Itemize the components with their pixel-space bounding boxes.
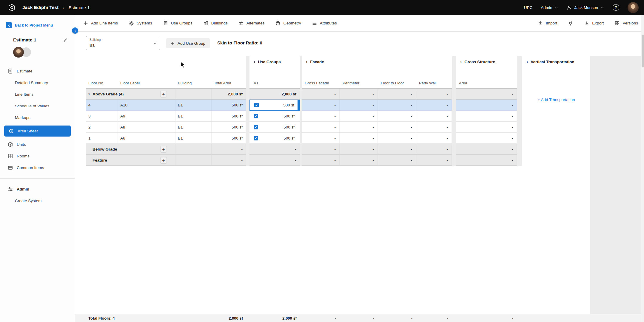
cell-facade[interactable]: - (302, 122, 340, 133)
column-header-building[interactable]: Building (175, 81, 212, 88)
cell-use-group-a1[interactable]: ✓500 sf (249, 122, 300, 133)
cell-use-group-a1[interactable]: ✓500 sf (249, 111, 300, 122)
cell-facade[interactable]: - (302, 144, 340, 155)
toolbar-use-groups[interactable]: Use Groups (163, 21, 192, 26)
collapse-group-icon[interactable]: ‹ (460, 59, 462, 64)
help-button[interactable]: ? (613, 4, 619, 11)
use-group-checkbox[interactable]: ✓ (254, 114, 258, 118)
add-use-group-button[interactable]: Add Use Group (166, 38, 210, 48)
cell-facade[interactable]: - (416, 122, 452, 133)
group-row-header[interactable]: ▼Above Grade (4)+ (86, 89, 175, 100)
vertical-scrollbar[interactable] (641, 15, 644, 322)
cell-facade[interactable]: - (416, 111, 452, 122)
sidebar-item-common-items[interactable]: Common Items (0, 162, 75, 174)
column-header-gross-facade[interactable]: Gross Facade (302, 81, 340, 88)
cell-building[interactable] (175, 89, 212, 100)
add-floor-button[interactable]: + (160, 146, 167, 153)
column-header-party-wall[interactable]: Party Wall (416, 81, 452, 88)
cell-use-group-a1[interactable]: ✓500 sf (249, 100, 300, 111)
cell-total-area[interactable]: - (212, 144, 246, 155)
column-header-a1[interactable]: A1 (249, 81, 300, 88)
collapse-group-icon[interactable]: ‹ (306, 59, 307, 64)
cell-facade[interactable]: - (340, 144, 378, 155)
use-group-checkbox[interactable]: ✓ (254, 136, 258, 140)
sidebar-item-area-sheet[interactable]: Area Sheet (4, 126, 71, 137)
user-menu[interactable]: Jack Munson (567, 5, 604, 10)
cell-area[interactable]: - (456, 133, 517, 144)
cell-facade[interactable]: - (340, 89, 378, 100)
cell-area[interactable]: - (456, 155, 517, 166)
cell-facade[interactable]: - (378, 111, 416, 122)
column-header-floor-no[interactable]: Floor No (86, 81, 118, 88)
cell-area[interactable]: - (456, 89, 517, 100)
toolbar-plug[interactable] (568, 21, 573, 26)
cell-area[interactable]: - (456, 122, 517, 133)
use-group-checkbox[interactable]: ✓ (254, 103, 259, 107)
cell-total-area[interactable]: 500 sf (212, 133, 246, 144)
cell-facade[interactable]: - (378, 155, 416, 166)
cell-floor-label[interactable]: A9 (118, 111, 175, 122)
cell-facade[interactable]: - (416, 155, 452, 166)
cell-facade[interactable]: - (416, 100, 452, 111)
back-to-project-button[interactable]: Back to Project Menu (0, 15, 75, 28)
cell-building[interactable] (175, 155, 212, 166)
cell-facade[interactable]: - (340, 133, 378, 144)
sidebar-item-rooms[interactable]: Rooms (0, 150, 75, 162)
cell-use-group-a1[interactable]: - (249, 155, 300, 166)
cell-facade[interactable]: - (302, 111, 340, 122)
cell-facade[interactable]: - (340, 155, 378, 166)
cell-floor-label[interactable]: A8 (118, 122, 175, 133)
collapse-group-icon[interactable]: ‹ (526, 59, 528, 64)
toolbar-export[interactable]: Export (584, 21, 604, 26)
cell-area[interactable]: - (456, 111, 517, 122)
cell-area[interactable]: - (456, 100, 517, 111)
cell-floor-no[interactable]: 1 (86, 133, 118, 144)
cell-facade[interactable]: - (302, 133, 340, 144)
edit-pencil-icon[interactable] (63, 38, 68, 42)
use-group-checkbox[interactable]: ✓ (254, 125, 258, 129)
ediphi-logo[interactable] (8, 4, 16, 12)
sidebar-item-detailed-summary[interactable]: Detailed Summary (0, 77, 75, 89)
toolbar-geometry[interactable]: Geometry (275, 21, 301, 26)
cell-facade[interactable]: - (378, 122, 416, 133)
sidebar-item-schedule-of-values[interactable]: Schedule of Values (0, 100, 75, 112)
building-select[interactable]: Building B1 (86, 36, 160, 50)
cell-facade[interactable]: - (378, 133, 416, 144)
add-floor-button[interactable]: + (160, 91, 167, 97)
user-avatar[interactable] (628, 2, 639, 13)
sidebar-item-admin[interactable]: Admin (0, 183, 75, 195)
group-row-header[interactable]: Feature+ (86, 155, 175, 166)
add-transportation-link[interactable]: + Add Transportation (522, 97, 590, 102)
cell-total-area[interactable]: 500 sf (212, 111, 246, 122)
cell-facade[interactable]: - (416, 89, 452, 100)
cell-use-group-a1[interactable]: ✓500 sf (249, 133, 300, 144)
group-row-header[interactable]: Below Grade+ (86, 144, 175, 155)
breadcrumb-project[interactable]: Jack Ediphi Test (22, 5, 58, 10)
column-header-floor-to-floor[interactable]: Floor to Floor (378, 81, 416, 88)
cell-building[interactable]: B1 (175, 133, 212, 144)
cell-building[interactable]: B1 (175, 122, 212, 133)
upc-button[interactable]: UPC (524, 5, 533, 10)
cell-floor-no[interactable]: 2 (86, 122, 118, 133)
toolbar-systems[interactable]: Systems (129, 21, 152, 26)
cell-floor-no[interactable]: 3 (86, 111, 118, 122)
cell-building[interactable]: B1 (175, 111, 212, 122)
column-header-perimeter[interactable]: Perimeter (340, 81, 378, 88)
cell-use-group-a1[interactable]: - (249, 144, 300, 155)
cell-facade[interactable]: - (302, 155, 340, 166)
cell-facade[interactable]: - (378, 100, 416, 111)
cell-facade[interactable]: - (302, 100, 340, 111)
cell-facade[interactable]: - (378, 89, 416, 100)
cell-facade[interactable]: - (416, 133, 452, 144)
toolbar-alternates[interactable]: Alternates (238, 21, 265, 26)
cell-total-area[interactable]: 2,000 sf (212, 89, 246, 100)
cell-facade[interactable]: - (340, 100, 378, 111)
sidebar-item-line-items[interactable]: Line Items (0, 89, 75, 100)
toolbar-attributes[interactable]: Attributes (312, 21, 337, 26)
cell-facade[interactable]: - (416, 144, 452, 155)
column-header-total-area[interactable]: Total Area (212, 81, 246, 88)
add-floor-button[interactable]: + (160, 157, 167, 164)
admin-menu[interactable]: Admin (541, 5, 558, 10)
cell-floor-label[interactable]: A10 (118, 100, 175, 111)
cell-building[interactable]: B1 (175, 100, 212, 111)
